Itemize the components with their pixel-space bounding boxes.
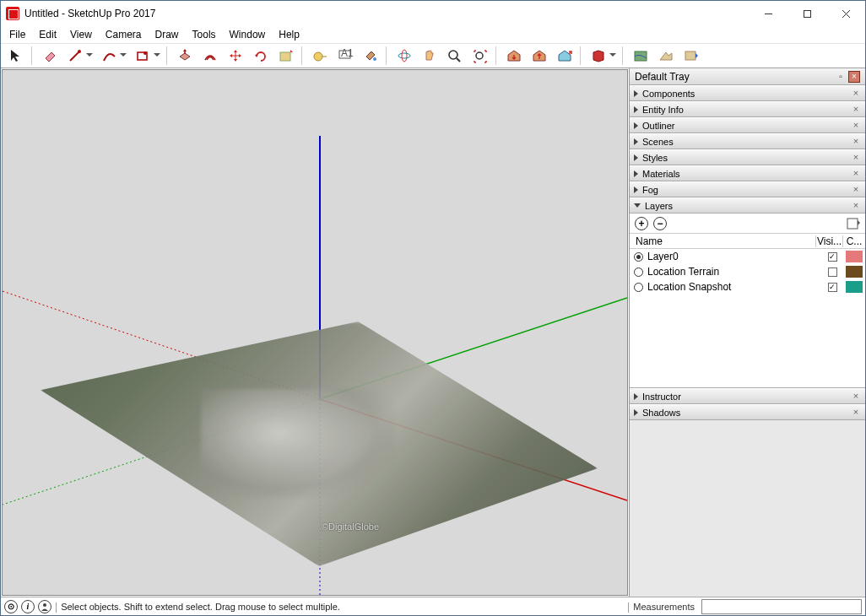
- panel-close-icon[interactable]: ×: [851, 408, 861, 418]
- terrain-toggle-icon[interactable]: [654, 45, 678, 67]
- panel-outliner[interactable]: Outliner×: [630, 117, 865, 133]
- text-tool-icon[interactable]: A1: [333, 45, 357, 67]
- zoom-tool-icon[interactable]: [443, 45, 467, 67]
- tape-measure-icon[interactable]: [308, 45, 332, 67]
- panel-entity-info[interactable]: Entity Info×: [630, 101, 865, 117]
- eraser-tool-icon[interactable]: [38, 45, 62, 67]
- layer-name[interactable]: Location Snapshot: [647, 281, 819, 293]
- svg-rect-30: [847, 219, 858, 229]
- rotate-tool-icon[interactable]: [249, 45, 273, 67]
- panel-close-icon[interactable]: ×: [851, 89, 861, 99]
- title-bar: Untitled - SketchUp Pro 2017: [1, 1, 865, 26]
- status-bar: ⊙ i | Select objects. Shift to extend se…: [1, 597, 865, 615]
- layout-icon[interactable]: [587, 45, 610, 67]
- panel-layers[interactable]: Layers×: [630, 197, 865, 213]
- menu-camera[interactable]: Camera: [100, 27, 148, 42]
- status-hint: Select objects. Shift to extend select. …: [61, 602, 340, 612]
- zoom-extents-icon[interactable]: [468, 45, 492, 67]
- make-component-icon[interactable]: [274, 45, 298, 67]
- panel-components[interactable]: Components×: [630, 85, 865, 101]
- layer-color-swatch[interactable]: [846, 266, 863, 278]
- menu-edit[interactable]: Edit: [33, 27, 62, 42]
- layer-active-radio[interactable]: [634, 252, 643, 262]
- tray-empty-area: [630, 420, 865, 597]
- svg-rect-1: [804, 10, 810, 17]
- add-location-icon[interactable]: [629, 45, 652, 67]
- photo-textures-icon[interactable]: [679, 45, 703, 67]
- menu-help[interactable]: Help: [273, 27, 306, 42]
- minimize-button[interactable]: [749, 1, 788, 26]
- shapes-tool-icon[interactable]: [131, 45, 154, 67]
- menu-view[interactable]: View: [64, 27, 98, 42]
- panel-shadows[interactable]: Shadows×: [630, 404, 865, 420]
- geo-location-icon[interactable]: ⊙: [4, 600, 18, 613]
- layer-color-swatch[interactable]: [846, 281, 863, 293]
- layer-visible-checkbox[interactable]: ✓: [828, 252, 837, 262]
- line-tool-icon[interactable]: [63, 45, 87, 67]
- panel-fog[interactable]: Fog×: [630, 181, 865, 197]
- measurements-label: Measurements: [633, 602, 698, 612]
- menu-tools[interactable]: Tools: [187, 27, 222, 42]
- svg-point-21: [476, 52, 483, 59]
- paint-bucket-icon[interactable]: [359, 45, 382, 67]
- maximize-button[interactable]: [788, 1, 826, 26]
- close-button[interactable]: [826, 1, 865, 26]
- layers-col-name[interactable]: Name: [634, 235, 816, 247]
- measurements-input[interactable]: [701, 599, 862, 614]
- warehouse-get-icon[interactable]: [502, 45, 526, 67]
- menu-window[interactable]: Window: [224, 27, 272, 42]
- viewport-3d[interactable]: ©DigitalGlobe: [2, 69, 628, 596]
- status-separator: |: [627, 601, 630, 613]
- svg-point-5: [78, 50, 81, 53]
- panel-close-icon[interactable]: ×: [851, 137, 861, 147]
- orbit-tool-icon[interactable]: [392, 45, 416, 67]
- layers-empty-area[interactable]: [630, 294, 865, 387]
- layer-row[interactable]: Location Snapshot ✓: [630, 279, 865, 294]
- credits-icon[interactable]: i: [21, 600, 35, 613]
- layers-col-visible[interactable]: Visi...: [816, 235, 843, 247]
- menu-file[interactable]: File: [3, 27, 31, 42]
- layers-col-color[interactable]: C...: [843, 235, 865, 247]
- layer-row[interactable]: Layer0 ✓: [630, 249, 865, 264]
- layer-name[interactable]: Layer0: [647, 251, 819, 262]
- panel-close-icon[interactable]: ×: [851, 169, 861, 179]
- layer-color-swatch[interactable]: [846, 251, 863, 262]
- panel-instructor[interactable]: Instructor×: [630, 388, 865, 404]
- panel-close-icon[interactable]: ×: [851, 201, 861, 211]
- arc-tool-icon[interactable]: [97, 45, 121, 67]
- pin-icon[interactable]: ▫: [835, 71, 847, 83]
- pushpull-tool-icon[interactable]: [173, 45, 197, 67]
- svg-rect-22: [635, 51, 647, 61]
- layer-active-radio[interactable]: [634, 267, 643, 277]
- menu-draw[interactable]: Draw: [149, 27, 185, 42]
- panel-close-icon[interactable]: ×: [851, 153, 861, 163]
- extension-warehouse-icon[interactable]: [553, 45, 576, 67]
- panel-styles[interactable]: Styles×: [630, 149, 865, 165]
- select-tool-icon[interactable]: [4, 45, 28, 67]
- profile-icon[interactable]: [38, 600, 51, 613]
- layers-menu-icon[interactable]: [847, 217, 860, 230]
- panel-close-icon[interactable]: ×: [851, 105, 861, 115]
- panel-scenes[interactable]: Scenes×: [630, 133, 865, 149]
- panel-close-icon[interactable]: ×: [851, 185, 861, 195]
- warehouse-share-icon[interactable]: [528, 45, 551, 67]
- work-area: ©DigitalGlobe Default Tray ▫ × Component…: [1, 68, 865, 597]
- layer-visible-checkbox[interactable]: ✓: [828, 283, 837, 292]
- panel-close-icon[interactable]: ×: [851, 121, 861, 131]
- tray-title-bar[interactable]: Default Tray ▫ ×: [630, 68, 865, 85]
- tray-close-button[interactable]: ×: [848, 71, 860, 83]
- panel-close-icon[interactable]: ×: [851, 392, 861, 402]
- move-tool-icon[interactable]: [224, 45, 247, 67]
- layer-row[interactable]: Location Terrain: [630, 264, 865, 279]
- layer-name[interactable]: Location Terrain: [647, 266, 819, 278]
- layer-active-radio[interactable]: [634, 283, 643, 292]
- panel-materials[interactable]: Materials×: [630, 165, 865, 181]
- offset-tool-icon[interactable]: [198, 45, 222, 67]
- layer-visible-checkbox[interactable]: [828, 267, 837, 277]
- add-layer-button[interactable]: +: [635, 217, 648, 230]
- svg-line-4: [70, 51, 79, 61]
- remove-layer-button[interactable]: −: [653, 217, 667, 230]
- tray-title-label: Default Tray: [635, 71, 690, 83]
- pan-tool-icon[interactable]: [418, 45, 441, 67]
- layers-header-row[interactable]: Name Visi... C...: [630, 234, 865, 249]
